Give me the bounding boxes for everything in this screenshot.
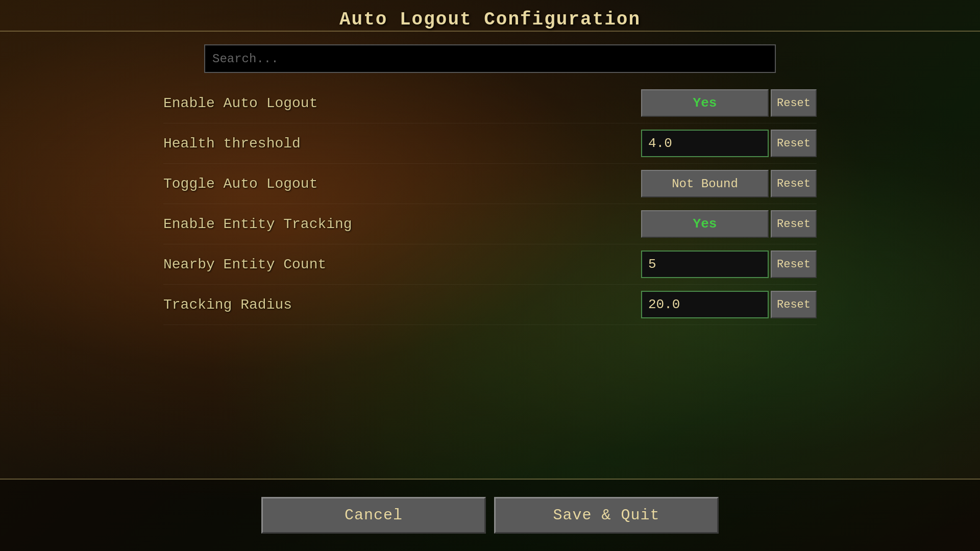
reset-enable-auto-logout[interactable]: Reset: [771, 89, 817, 117]
setting-controls-nearby-entity-count: Reset: [641, 251, 817, 278]
keybind-toggle-auto-logout[interactable]: Not Bound: [641, 170, 769, 197]
setting-controls-health-threshold: Reset: [641, 130, 817, 157]
input-health-threshold[interactable]: [641, 130, 769, 157]
reset-toggle-auto-logout[interactable]: Reset: [771, 170, 817, 197]
setting-label-tracking-radius: Tracking Radius: [163, 297, 641, 313]
reset-enable-entity-tracking[interactable]: Reset: [771, 210, 817, 238]
toggle-enable-entity-tracking[interactable]: Yes: [641, 210, 769, 238]
setting-row-enable-entity-tracking: Enable Entity Tracking Yes Reset: [163, 204, 817, 244]
reset-health-threshold[interactable]: Reset: [771, 130, 817, 157]
reset-nearby-entity-count[interactable]: Reset: [771, 251, 817, 278]
setting-label-toggle-auto-logout: Toggle Auto Logout: [163, 176, 641, 192]
settings-list: Enable Auto Logout Yes Reset Health thre…: [163, 83, 817, 325]
setting-controls-tracking-radius: Reset: [641, 291, 817, 318]
setting-row-toggle-auto-logout: Toggle Auto Logout Not Bound Reset: [163, 164, 817, 204]
setting-controls-enable-auto-logout: Yes Reset: [641, 89, 817, 117]
setting-controls-enable-entity-tracking: Yes Reset: [641, 210, 817, 238]
setting-label-enable-entity-tracking: Enable Entity Tracking: [163, 216, 641, 232]
setting-label-enable-auto-logout: Enable Auto Logout: [163, 95, 641, 111]
setting-row-enable-auto-logout: Enable Auto Logout Yes Reset: [163, 83, 817, 123]
input-tracking-radius[interactable]: [641, 291, 769, 318]
page-title: Auto Logout Configuration: [339, 9, 641, 30]
toggle-enable-auto-logout[interactable]: Yes: [641, 89, 769, 117]
setting-row-nearby-entity-count: Nearby Entity Count Reset: [163, 244, 817, 285]
search-input[interactable]: [204, 44, 776, 73]
setting-row-tracking-radius: Tracking Radius Reset: [163, 285, 817, 325]
setting-controls-toggle-auto-logout: Not Bound Reset: [641, 170, 817, 197]
setting-label-health-threshold: Health threshold: [163, 136, 641, 152]
setting-label-nearby-entity-count: Nearby Entity Count: [163, 257, 641, 272]
reset-tracking-radius[interactable]: Reset: [771, 291, 817, 318]
setting-row-health-threshold: Health threshold Reset: [163, 123, 817, 164]
input-nearby-entity-count[interactable]: [641, 251, 769, 278]
